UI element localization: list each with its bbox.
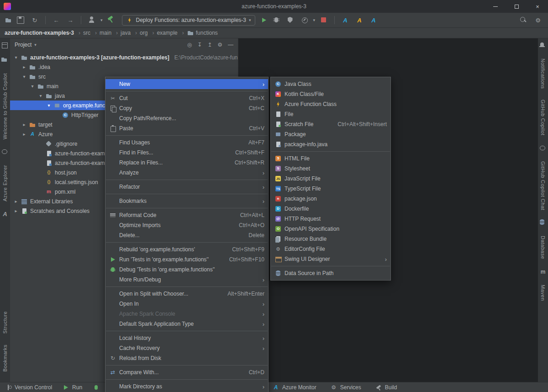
menubar-item[interactable] — [88, 0, 95, 13]
menu-item[interactable]: HTML File › — [271, 154, 390, 164]
menu-item[interactable]: Apache Spark Console › — [105, 309, 268, 319]
azure-icon[interactable]: A — [0, 210, 10, 219]
menu-item[interactable]: Replace in Files... Ctrl+Shift+R › — [105, 158, 268, 168]
stop-icon[interactable] — [318, 15, 329, 26]
menubar-item[interactable] — [15, 0, 22, 13]
project-tool-icon[interactable] — [0, 41, 10, 50]
menu-item[interactable]: OpenAPI Specification › — [271, 224, 390, 234]
panel-settings-icon[interactable]: ⚙ — [217, 42, 222, 48]
menu-item[interactable]: More Run/Debug › — [105, 275, 268, 285]
menu-item[interactable]: Mark Directory as › — [105, 381, 268, 392]
debug-icon[interactable] — [271, 15, 282, 26]
notifications-bell-icon[interactable] — [538, 41, 548, 50]
profiler-icon[interactable] — [299, 15, 310, 26]
menu-item[interactable]: Cache Recovery › — [105, 343, 268, 353]
breadcrumb-item[interactable]: main › — [100, 30, 121, 36]
menu-item[interactable]: Local History › — [105, 333, 268, 343]
back-icon[interactable]: ← — [51, 15, 62, 26]
coverage-icon[interactable] — [285, 15, 296, 26]
copilot-icon[interactable] — [0, 148, 10, 157]
tool-button-version-control[interactable]: Version Control — [5, 384, 52, 391]
build-hammer-icon[interactable] — [106, 15, 117, 26]
tool-button-welcome-copilot[interactable]: Welcome to GitHub Copilot — [2, 73, 8, 139]
menu-item[interactable]: Copy Path/Reference... › — [105, 113, 268, 123]
hide-panel-icon[interactable]: — — [228, 42, 233, 48]
breadcrumb-item[interactable]: java › — [121, 30, 140, 36]
sync-icon[interactable]: ↻ — [29, 15, 40, 26]
menu-item[interactable]: Run 'Tests in 'org.example.functions'' C… — [105, 254, 268, 265]
menubar-item[interactable] — [80, 0, 88, 13]
tree-row[interactable]: .idea — [10, 62, 238, 72]
close-button[interactable]: × — [527, 0, 548, 13]
tree-row[interactable]: azure-function-examples-3 [azure-functio… — [10, 53, 238, 62]
menu-item[interactable]: Paste Ctrl+V › — [105, 123, 268, 133]
menu-item[interactable]: Scratch File Ctrl+Alt+Shift+Insert › — [271, 119, 390, 129]
chevron-down-icon[interactable]: ▾ — [34, 42, 37, 47]
tree-chevron-icon[interactable] — [13, 208, 19, 213]
menu-item[interactable]: Default Spark Application Type › — [105, 319, 268, 329]
tool-button-notifications[interactable]: Notifications — [540, 58, 546, 89]
azure-functions-run-icon[interactable]: A — [354, 15, 365, 26]
run-config-select[interactable]: Deploy Functions: azure-function-example… — [122, 15, 255, 26]
menu-item[interactable]: Reload from Disk › — [105, 353, 268, 363]
menu-item[interactable]: Reformat Code Ctrl+Alt+L › — [105, 210, 268, 220]
menubar-item[interactable] — [29, 0, 37, 13]
menu-item[interactable]: Find in Files... Ctrl+Shift+F › — [105, 148, 268, 158]
menu-item[interactable]: Data Source in Path › — [271, 268, 390, 278]
menubar-item[interactable] — [95, 0, 102, 13]
menu-item[interactable]: Swing UI Designer › — [271, 254, 390, 264]
menu-item[interactable]: Rebuild 'org.example.functions' Ctrl+Shi… — [105, 244, 268, 254]
menu-item[interactable]: Cut Ctrl+X › — [105, 93, 268, 103]
menu-item[interactable]: Stylesheet › — [271, 164, 390, 174]
menu-item[interactable]: Find Usages Alt+F7 › — [105, 138, 268, 148]
menu-item[interactable]: Optimize Imports Ctrl+Alt+O › — [105, 220, 268, 230]
settings-gear-icon[interactable]: ⚙ — [532, 15, 543, 26]
expand-all-icon[interactable]: ↧ — [197, 42, 202, 48]
menu-item[interactable]: TypeScript File › — [271, 184, 390, 194]
breadcrumb-item[interactable]: example › — [157, 30, 186, 36]
menu-item[interactable]: Delete... Delete › — [105, 230, 268, 240]
maven-icon[interactable]: m — [538, 267, 548, 276]
menu-item[interactable]: JavaScript File › — [271, 174, 390, 184]
tool-button-azure-monitor[interactable]: Azure Monitor — [272, 384, 316, 391]
menu-item[interactable]: Open in Split with Chooser... Alt+Shift+… — [105, 289, 268, 299]
menu-item[interactable]: Java Class › — [271, 79, 390, 89]
menu-item[interactable]: Analyze › — [105, 168, 268, 178]
menu-item[interactable]: Resource Bundle › — [271, 234, 390, 244]
tree-chevron-icon[interactable] — [21, 132, 27, 137]
copilot-chat-icon[interactable] — [538, 144, 548, 153]
menu-item[interactable]: Compare With... Ctrl+D › — [105, 367, 268, 377]
collapse-all-icon[interactable]: ↥ — [207, 42, 212, 48]
menu-item[interactable]: Azure Function Class › — [271, 99, 390, 109]
project-panel-title[interactable]: Project — [15, 42, 32, 48]
tree-chevron-icon[interactable] — [29, 84, 36, 89]
search-icon[interactable] — [518, 15, 529, 26]
tool-button-services[interactable]: Services — [330, 384, 361, 391]
menu-item[interactable]: New › — [105, 79, 268, 89]
tree-chevron-icon[interactable] — [37, 93, 44, 98]
tool-button-debug[interactable] — [92, 384, 100, 391]
menubar-item[interactable] — [51, 0, 58, 13]
tree-chevron-icon[interactable] — [46, 103, 52, 108]
tool-button-bookmarks[interactable]: Bookmarks — [2, 344, 8, 372]
menu-item[interactable]: Package › — [271, 129, 390, 139]
menubar-item[interactable] — [44, 0, 51, 13]
menubar-item[interactable] — [73, 0, 80, 13]
run-icon[interactable] — [260, 16, 268, 24]
database-icon[interactable] — [538, 218, 548, 228]
tool-button-copilot-chat[interactable]: GitHub Copilot Chat — [540, 161, 546, 210]
menu-item[interactable]: Refactor › — [105, 182, 268, 192]
menubar-item[interactable] — [37, 0, 44, 13]
tool-button-github-copilot[interactable]: GitHub Copilot — [540, 100, 546, 136]
tool-button-build[interactable]: Build — [375, 384, 397, 391]
menu-item[interactable]: File › — [271, 109, 390, 119]
commit-tool-icon[interactable] — [0, 56, 10, 65]
menubar-item[interactable] — [66, 0, 73, 13]
tool-button-database[interactable]: Database — [540, 236, 546, 259]
menu-item[interactable]: package-info.java › — [271, 139, 390, 149]
tree-chevron-icon[interactable] — [21, 74, 27, 79]
tree-chevron-icon[interactable] — [21, 122, 27, 127]
breadcrumb-item[interactable]: azure-function-examples-3 › — [5, 30, 83, 36]
menu-item[interactable]: Copy Ctrl+C › — [105, 103, 268, 113]
breadcrumb-item[interactable]: functions › — [187, 29, 218, 37]
